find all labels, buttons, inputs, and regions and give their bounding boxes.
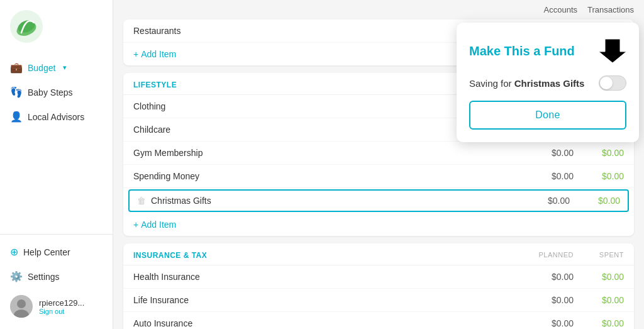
avatar <box>10 295 33 318</box>
make-fund-popup: Make This a Fund Saving for Christmas Gi… <box>457 23 639 142</box>
table-row: Spending Money $0.00 $0.00 <box>123 165 634 188</box>
app-logo <box>10 10 43 43</box>
row-name: Gym Membership <box>133 148 517 158</box>
delete-row-icon[interactable]: 🗑 <box>137 196 146 206</box>
user-info: rpierce129... Sign out <box>39 298 84 315</box>
svg-point-4 <box>17 299 26 308</box>
help-center-icon: ⊕ <box>10 246 18 258</box>
row-planned: $0.00 <box>517 148 574 158</box>
baby-steps-icon: 👣 <box>10 86 23 98</box>
settings-icon: ⚙️ <box>10 270 23 282</box>
row-spent: $0.00 <box>574 148 624 158</box>
fund-toggle[interactable] <box>599 75 626 91</box>
planned-header-2: PLANNED <box>517 251 574 260</box>
top-navigation: Accounts Transactions <box>123 0 634 20</box>
row-name: Health Insurance <box>133 272 517 282</box>
add-item-label-1: Add Item <box>141 49 176 59</box>
row-spent: $0.00 <box>570 196 620 206</box>
table-row: Auto Insurance $0.00 $0.00 <box>123 312 634 329</box>
sidebar-item-baby-steps-label: Baby Steps <box>28 87 73 98</box>
budget-icon: 💼 <box>10 62 23 74</box>
transactions-link[interactable]: Transactions <box>587 5 634 14</box>
popup-header: Make This a Fund <box>469 35 626 67</box>
row-name: Christmas Gifts <box>151 196 513 206</box>
avatar-image <box>10 295 33 318</box>
sidebar-item-local-advisors-label: Local Advisors <box>28 112 84 122</box>
sidebar-nav: 💼 Budget ▾ 👣 Baby Steps 👤 Local Advisors <box>0 50 113 234</box>
popup-saving-value: Christmas Gifts <box>514 78 585 89</box>
sidebar-item-local-advisors[interactable]: 👤 Local Advisors <box>0 104 113 129</box>
popup-toggle-row: Saving for Christmas Gifts <box>469 75 626 91</box>
svg-marker-6 <box>599 39 626 63</box>
logo-area <box>0 0 113 50</box>
sign-out-link[interactable]: Sign out <box>39 308 84 315</box>
done-button[interactable]: Done <box>469 101 626 130</box>
sidebar-item-settings-label: Settings <box>28 272 60 282</box>
user-area: rpierce129... Sign out <box>0 289 113 324</box>
sidebar-item-help-center[interactable]: ⊕ Help Center <box>0 240 113 264</box>
christmas-gifts-row: 🗑 Christmas Gifts $0.00 $0.00 <box>128 189 629 212</box>
spent-header-2: SPENT <box>574 251 624 260</box>
row-name: Auto Insurance <box>133 318 517 328</box>
sidebar-item-budget[interactable]: 💼 Budget ▾ <box>0 55 113 80</box>
row-planned: $0.00 <box>517 272 574 282</box>
sidebar-item-budget-label: Budget <box>28 63 55 73</box>
row-spent: $0.00 <box>574 295 624 305</box>
sidebar-item-settings[interactable]: ⚙️ Settings <box>0 264 113 289</box>
insurance-tax-card: INSURANCE & TAX PLANNED SPENT Health Ins… <box>123 243 634 329</box>
row-planned: $0.00 <box>517 318 574 328</box>
row-spent: $0.00 <box>574 171 624 181</box>
table-row: Health Insurance $0.00 $0.00 <box>123 265 634 289</box>
down-arrow-icon <box>599 35 626 63</box>
sidebar-item-baby-steps[interactable]: 👣 Baby Steps <box>0 80 113 104</box>
popup-saving-label: Saving for Christmas Gifts <box>469 78 584 89</box>
row-spent: $0.00 <box>574 272 624 282</box>
row-planned: $0.00 <box>513 196 570 206</box>
popup-title: Make This a Fund <box>469 44 575 59</box>
row-name: Life Insurance <box>133 295 517 305</box>
add-item-plus-icon-2: + <box>133 220 138 230</box>
table-row: Gym Membership $0.00 $0.00 <box>123 142 634 165</box>
local-advisors-icon: 👤 <box>10 111 23 123</box>
popup-arrow-icon <box>599 35 626 67</box>
row-planned: $0.00 <box>517 171 574 181</box>
budget-chevron: ▾ <box>63 64 67 72</box>
add-item-plus-icon: + <box>133 49 138 59</box>
row-spent: $0.00 <box>574 318 624 328</box>
table-row: Life Insurance $0.00 $0.00 <box>123 289 634 312</box>
add-item-button-2[interactable]: + Add Item <box>123 213 634 236</box>
add-item-label-2: Add Item <box>141 220 176 230</box>
accounts-link[interactable]: Accounts <box>544 5 577 14</box>
insurance-header: INSURANCE & TAX PLANNED SPENT <box>123 243 634 265</box>
sidebar-item-help-center-label: Help Center <box>23 247 70 257</box>
main-content: Accounts Transactions Restaurants $0.00 … <box>113 0 644 329</box>
user-name: rpierce129... <box>39 298 84 308</box>
sidebar-bottom: ⊕ Help Center ⚙️ Settings rpierce129... … <box>0 234 113 329</box>
sidebar: 💼 Budget ▾ 👣 Baby Steps 👤 Local Advisors… <box>0 0 113 329</box>
insurance-title: INSURANCE & TAX <box>133 251 517 260</box>
row-planned: $0.00 <box>517 295 574 305</box>
row-name: Spending Money <box>133 171 517 181</box>
